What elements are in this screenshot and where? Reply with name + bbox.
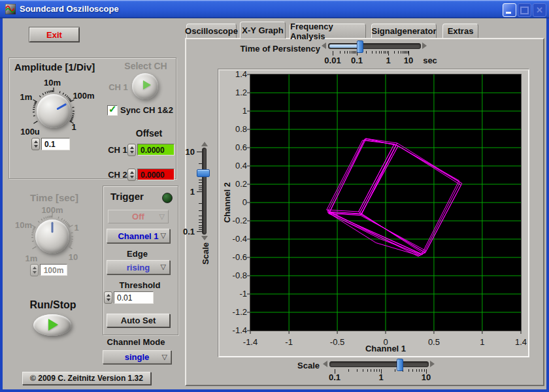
amplitude-knob[interactable] <box>37 94 71 128</box>
slider-tick <box>379 369 380 372</box>
sync-checkbox[interactable]: ✓ <box>107 105 118 116</box>
tab-frequency-analysis[interactable]: Frequency Analysis <box>290 24 366 38</box>
persistency-slider-handle[interactable] <box>357 41 363 53</box>
threshold-spinner[interactable] <box>104 291 112 304</box>
trigger-mode-dropdown[interactable]: Off ▽ <box>108 210 169 223</box>
slider-tick <box>363 369 363 372</box>
xy-plot-area <box>250 74 521 331</box>
run-stop-button[interactable] <box>33 314 71 336</box>
amplitude-spinner[interactable] <box>31 138 40 150</box>
time-knob-label-10m: 10m <box>15 220 32 230</box>
slider-left-arrow-icon[interactable] <box>322 42 326 49</box>
persistency-label: Time of Persistency <box>227 44 320 54</box>
horizontal-scale-label: Scale <box>297 361 320 370</box>
threshold-field[interactable]: 0.01 <box>114 291 154 304</box>
time-knob-label-10: 10 <box>69 252 78 262</box>
edge-label: Edge <box>127 249 148 259</box>
amplitude-value-field[interactable]: 0.1 <box>41 138 70 150</box>
title-bar[interactable]: Soundcard Oszilloscope ✕ <box>0 0 549 18</box>
time-knob-label-1m: 1m <box>25 253 38 263</box>
select-ch-arrow-icon <box>143 80 151 90</box>
y-tick-label: -0.8 <box>220 270 247 280</box>
slider-tick <box>376 51 376 54</box>
trigger-source-dropdown[interactable]: Channel 1 ▽ <box>107 229 170 243</box>
slider-tick <box>419 369 420 372</box>
tab-xy-graph[interactable]: X-Y Graph <box>240 22 286 39</box>
copyright-text: © 2009 C. Zeitnitz Version 1.32 <box>30 374 143 383</box>
slider-tick <box>199 180 202 180</box>
offset-ch1-value[interactable]: 0.0000 <box>137 144 175 155</box>
slider-tick <box>199 189 202 190</box>
offset-ch2-spinner[interactable] <box>127 169 136 181</box>
y-tick-label: 0.2 <box>220 179 247 189</box>
y-tick-label: -0.6 <box>220 252 247 262</box>
tab-signalgenerator[interactable]: Signalgenerator <box>371 24 437 38</box>
slider-tick <box>384 51 384 54</box>
auto-set-button[interactable]: Auto Set <box>107 314 170 327</box>
slider-tick <box>352 51 352 54</box>
slider-tick <box>387 51 388 54</box>
time-knob-label-100m: 100m <box>41 205 63 215</box>
vertical-scale-handle[interactable] <box>197 169 210 177</box>
x-tick-label: -0.5 <box>324 337 350 347</box>
slider-tick <box>408 369 409 372</box>
y-tick-label: 1 <box>220 106 247 116</box>
select-ch-knob[interactable] <box>132 73 158 99</box>
offset-title: Offset <box>136 128 162 139</box>
trigger-edge-dropdown[interactable]: rising ▽ <box>107 260 170 274</box>
amplitude-title: Amplitude [1/Div] <box>14 61 95 73</box>
slider-tick <box>199 182 202 183</box>
vscale-tick-10: 10 <box>178 147 195 157</box>
slider-tick <box>197 152 202 152</box>
channel-mode-value: single <box>125 352 150 362</box>
y-tick-label: 1.4 <box>220 69 247 79</box>
trigger-source-value: Channel 1 <box>118 231 158 241</box>
slider-tick <box>381 369 382 374</box>
vscale-tick-0.1: 0.1 <box>178 227 195 237</box>
slider-tick <box>333 51 333 56</box>
slider-up-arrow-icon[interactable] <box>201 142 208 146</box>
slider-tick <box>199 229 202 230</box>
threshold-label: Threshold <box>120 280 161 290</box>
offset-ch2-value[interactable]: 0.0000 <box>137 169 175 180</box>
slider-tick <box>197 231 202 232</box>
vertical-scale-label: Scale <box>201 242 210 265</box>
time-knob <box>35 220 69 253</box>
slider-down-arrow-icon[interactable] <box>201 236 208 240</box>
y-tick-label: 0 <box>220 197 247 207</box>
slider-right-arrow-icon[interactable] <box>430 361 435 367</box>
slider-tick <box>395 369 395 372</box>
time-knob-label-1: 1 <box>74 223 78 233</box>
x-tick-label: 1 <box>469 337 495 347</box>
slider-tick <box>381 51 382 54</box>
y-tick-label: -0.4 <box>220 234 247 244</box>
slider-tick <box>374 369 374 372</box>
time-title: Time [sec] <box>30 192 78 203</box>
x-tick-label: -1.4 <box>237 337 263 347</box>
vertical-scale-track[interactable] <box>202 148 207 235</box>
run-stop-label: Run/Stop <box>29 299 76 311</box>
chevron-down-icon: ▽ <box>161 231 166 240</box>
chevron-down-icon: ▽ <box>159 212 165 220</box>
slider-right-arrow-icon[interactable] <box>422 42 427 49</box>
amplitude-knob-label-100m: 100m <box>73 91 94 101</box>
minimize-icon <box>506 12 511 14</box>
tab-extras[interactable]: Extras <box>442 24 478 38</box>
offset-ch1-label: CH 1 <box>108 145 127 155</box>
slider-tick <box>199 186 202 186</box>
slider-tick <box>422 369 422 372</box>
offset-ch1-spinner[interactable] <box>127 144 136 156</box>
exit-button[interactable]: Exit <box>29 27 79 42</box>
channel-mode-dropdown[interactable]: single ▽ <box>103 350 171 364</box>
chevron-down-icon: ▽ <box>161 263 166 271</box>
persistency-tick-10: 10 <box>404 56 413 65</box>
x-tick-label: -1 <box>276 337 302 347</box>
horizontal-scale-handle[interactable] <box>397 359 403 371</box>
slider-left-arrow-icon[interactable] <box>323 361 327 367</box>
trigger-led <box>162 193 173 203</box>
exit-label: Exit <box>46 30 62 40</box>
minimize-button[interactable] <box>503 3 516 17</box>
y-tick-label: -1.4 <box>220 325 247 335</box>
tab-oscilloscope[interactable]: Oscilloscope <box>186 24 237 38</box>
horizontal-scale-track[interactable] <box>329 361 429 367</box>
